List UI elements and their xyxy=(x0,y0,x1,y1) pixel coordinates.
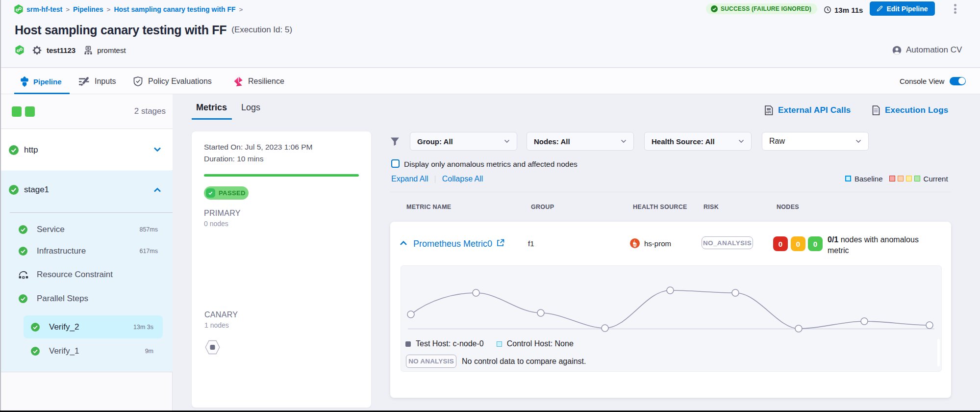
svg-text:API: API xyxy=(766,110,771,114)
